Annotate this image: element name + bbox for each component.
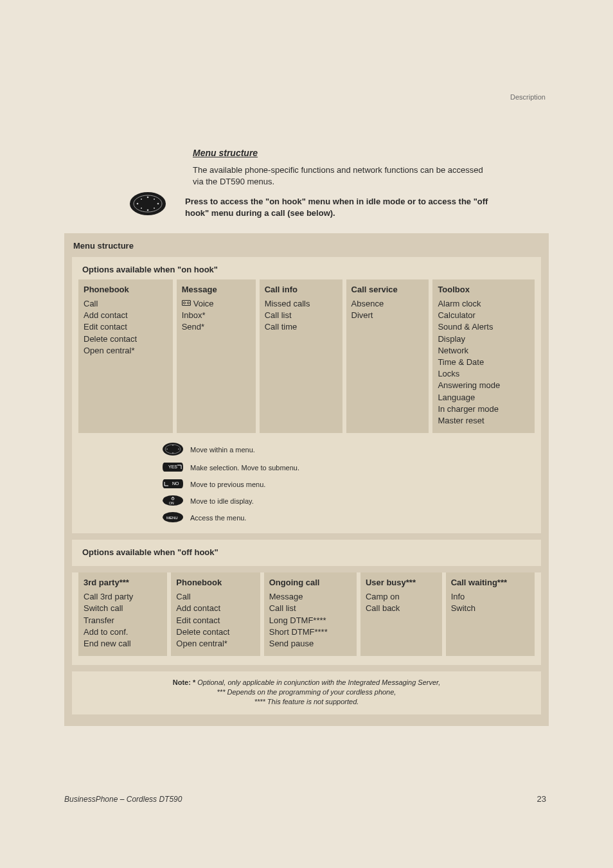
col-callwaiting: Call waiting*** Info Switch (446, 572, 535, 656)
col-header: Call waiting*** (451, 578, 529, 587)
svg-point-15 (166, 448, 168, 450)
col-userbusy: User busy*** Camp on Call back (360, 572, 442, 656)
col-header: Phonebook (84, 285, 168, 294)
svg-text:MENU: MENU (166, 516, 178, 520)
svg-text:ON: ON (169, 501, 174, 505)
doc-section-label: Description (510, 93, 546, 101)
svg-point-17 (172, 445, 173, 446)
col-header: User busy*** (366, 578, 437, 587)
list-item: In charger mode (438, 403, 529, 415)
list-item: Switch call (84, 603, 162, 614)
legend-text: Make selection. Move to submenu. (190, 464, 299, 472)
list-item: Call 3rd party (84, 591, 162, 603)
svg-point-11 (183, 302, 185, 304)
list-item: Edit contact (84, 321, 168, 333)
page-number: 23 (537, 794, 546, 804)
offhook-panel: Options available when "off hook" (72, 540, 541, 566)
yes-button-icon: YES (162, 461, 184, 474)
col-header: Call service (351, 285, 424, 294)
col-header: Call info (265, 285, 337, 294)
notes-block: Note: * Optional, only applicable in con… (72, 671, 541, 714)
list-item: End new call (84, 638, 162, 650)
note-line2: *** Depends on the programming of your c… (217, 688, 396, 696)
list-item: Add contact (84, 310, 168, 321)
note-line1: Optional, only applicable in conjunction… (195, 678, 440, 686)
note-line3: **** This feature is not supported. (254, 698, 359, 705)
col-header: Phonebook (176, 578, 254, 587)
col-header: Toolbox (438, 285, 529, 294)
nav-legend: Move within a menu. YES Make selection. … (162, 442, 368, 524)
list-item: Switch (451, 603, 529, 614)
list-item: Send* (182, 321, 251, 333)
nav-button-icon (162, 442, 184, 457)
list-item: Call back (366, 603, 437, 614)
menu-structure-panel: Menu structure Options available when "o… (64, 233, 549, 726)
onhook-panel: Options available when "on hook" Phonebo… (72, 257, 541, 533)
col-callinfo: Call info Missed calls Call list Call ti… (260, 279, 342, 433)
svg-point-16 (178, 448, 179, 450)
list-item: Message (269, 591, 351, 603)
tape-icon (182, 298, 191, 310)
footer-product: BusinessPhone – Cordless DT590 (64, 795, 182, 804)
list-item: Send pause (269, 638, 351, 650)
list-item: Sound & Alerts (438, 321, 529, 333)
list-item: Add contact (176, 603, 254, 614)
section-title: Menu structure (193, 148, 549, 158)
col-3rdparty: 3rd party*** Call 3rd party Switch call … (78, 572, 167, 656)
list-item: Call (176, 591, 254, 603)
list-item: Delete contact (176, 626, 254, 638)
list-item: Language (438, 392, 529, 403)
list-item: Delete contact (84, 333, 168, 345)
list-item: Time & Date (438, 357, 529, 368)
list-item: Short DTMF**** (269, 626, 351, 638)
list-item: Divert (351, 310, 424, 321)
list-item: Absence (351, 298, 424, 310)
on-button-icon: ON (162, 495, 184, 508)
legend-text: Move to previous menu. (190, 481, 265, 488)
menu-button-icon: MENU (162, 511, 184, 524)
col-phonebook: Phonebook Call Add contact Edit contact … (78, 279, 173, 433)
list-item: Add to conf. (84, 626, 162, 638)
legend-text: Move to idle display. (190, 497, 254, 505)
svg-point-2 (137, 203, 139, 205)
list-item: Info (451, 591, 529, 603)
col-ongoing: Ongoing call Message Call list Long DTMF… (264, 572, 357, 656)
col-message: Message Voice Inbox* Send* (177, 279, 256, 433)
note-lead: Note: * (173, 678, 195, 686)
onhook-columns: Phonebook Call Add contact Edit contact … (78, 279, 535, 433)
legend-text: Move within a menu. (190, 446, 255, 454)
list-item: Calculator (438, 310, 529, 321)
list-item: Answering mode (438, 380, 529, 391)
svg-point-12 (187, 302, 189, 304)
list-item: Voice (193, 298, 214, 310)
svg-point-8 (141, 208, 142, 209)
svg-point-9 (154, 208, 155, 209)
col-toolbox: Toolbox Alarm clock Calculator Sound & A… (432, 279, 535, 433)
col-header: Message (182, 285, 251, 294)
svg-point-18 (172, 452, 173, 454)
offhook-cols-wrap: 3rd party*** Call 3rd party Switch call … (72, 572, 541, 665)
list-item: Edit contact (176, 615, 254, 626)
col-header: 3rd party*** (84, 578, 162, 587)
svg-point-4 (147, 197, 149, 199)
list-item: Call (84, 298, 168, 310)
svg-point-6 (141, 199, 142, 200)
nav-button-icon (129, 190, 167, 220)
col-phonebook-off: Phonebook Call Add contact Edit contact … (171, 572, 260, 656)
list-item: Call list (265, 310, 337, 321)
list-item: Open central* (176, 638, 254, 650)
list-item: Call list (269, 603, 351, 614)
svg-text:NO: NO (172, 481, 179, 486)
offhook-title: Options available when "off hook" (78, 547, 535, 557)
list-item: Master reset (438, 415, 529, 427)
legend-text: Access the menu. (190, 514, 246, 522)
svg-point-3 (157, 203, 159, 205)
press-instruction: Press to access the "on hook" menu when … (185, 196, 500, 218)
list-item: Display (438, 333, 529, 345)
intro-text: The available phone-specific functions a… (193, 164, 495, 187)
panel-title: Menu structure (72, 241, 541, 251)
list-item: Call time (265, 321, 337, 333)
list-item: Alarm clock (438, 298, 529, 310)
list-item: Network (438, 345, 529, 357)
col-header: Ongoing call (269, 578, 351, 587)
